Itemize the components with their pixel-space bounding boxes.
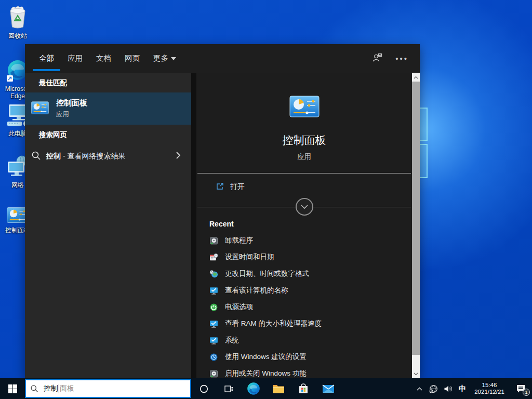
taskbar: 控制 面板 [0, 378, 532, 399]
control-panel-icon [31, 101, 49, 116]
system-icon [209, 286, 218, 295]
best-match-result-control-panel[interactable]: 控制面板 应用 [25, 92, 191, 125]
windows-logo-icon [8, 384, 17, 393]
recent-item[interactable]: 设置时间和日期 [196, 249, 412, 265]
panel-column-divider [191, 73, 196, 378]
search-tab-bar: 全部 应用 文档 网页 更多 ••• [25, 44, 420, 73]
recent-item[interactable]: 卸载程序 [196, 232, 412, 249]
recent-header: Recent [196, 220, 412, 228]
volume-button[interactable] [441, 378, 455, 399]
datetime-icon [209, 253, 218, 262]
taskbar-clock[interactable]: 15:46 2021/12/21 [470, 378, 509, 399]
store-icon [298, 383, 309, 394]
launch-icon [216, 182, 224, 192]
recent-item[interactable]: 使用 Windows 建议的设置 [196, 349, 412, 365]
edge-icon [247, 382, 260, 395]
task-view-icon [224, 385, 233, 393]
file-explorer-button[interactable] [266, 378, 291, 399]
region-icon [209, 270, 218, 278]
power-icon [209, 303, 218, 312]
action-center-button[interactable]: 1 [509, 378, 532, 399]
search-icon [31, 151, 41, 163]
search-typed-text: 控制 [44, 384, 58, 393]
best-match-title: 控制面板 [56, 98, 87, 108]
clock-time: 15:46 [482, 382, 497, 389]
speaker-icon [444, 385, 453, 393]
cortana-button[interactable] [191, 378, 216, 399]
tray-expand-button[interactable] [413, 378, 426, 399]
expand-details-button[interactable] [296, 198, 313, 216]
scrollbar-thumb[interactable] [412, 82, 420, 355]
ime-indicator[interactable]: 中 [455, 378, 470, 399]
tab-more[interactable]: 更多 [153, 44, 176, 73]
control-panel-icon-large [289, 96, 320, 119]
web-search-result[interactable]: 控制 - 查看网络搜索结果 [25, 144, 191, 168]
scrollbar[interactable] [412, 73, 420, 378]
wallpaper-logo-pane [419, 108, 428, 141]
programs-icon [209, 369, 218, 378]
chevron-up-icon [417, 387, 422, 391]
system-icon [209, 320, 218, 328]
tab-apps[interactable]: 应用 [68, 44, 83, 73]
recent-list: 卸载程序 设置时间和日期 更改日期、时间或数字格式 [196, 232, 412, 382]
divider [197, 207, 411, 207]
recent-item[interactable]: 电源选项 [196, 299, 412, 315]
chevron-right-icon [176, 151, 181, 162]
web-query: 控制 [46, 152, 61, 160]
tab-documents[interactable]: 文档 [96, 44, 111, 73]
wallpaper-logo-pane [419, 144, 428, 178]
recent-item[interactable]: 系统 [196, 332, 412, 349]
detail-title: 控制面板 [283, 133, 326, 148]
desktop-icon-label: 回收站 [1, 33, 34, 40]
search-icon [30, 384, 38, 393]
recycle-bin-icon [6, 4, 30, 31]
recent-item[interactable]: 更改日期、时间或数字格式 [196, 265, 412, 282]
web-search-header: 搜索网页 [25, 125, 191, 144]
task-view-button[interactable] [216, 378, 241, 399]
tab-web[interactable]: 网页 [125, 44, 140, 73]
recent-item[interactable]: 查看该计算机的名称 [196, 282, 412, 299]
clock-date: 2021/12/21 [474, 389, 504, 395]
start-button[interactable] [0, 378, 25, 399]
taskbar-search-input[interactable]: 控制 面板 [25, 379, 191, 398]
detail-subtitle: 应用 [297, 152, 311, 162]
desktop: 回收站 Microsoft Edge [0, 0, 532, 399]
microsoft-store-button[interactable] [291, 378, 316, 399]
search-suggestion-text: 面板 [60, 384, 74, 393]
settings-suggest-icon [209, 353, 218, 362]
chevron-down-icon [171, 57, 176, 60]
desktop-icon-recycle-bin[interactable]: 回收站 [3, 4, 33, 40]
scroll-up-icon[interactable] [412, 73, 420, 82]
best-match-subtitle: 应用 [56, 110, 87, 119]
text-cursor [59, 384, 59, 393]
recent-item[interactable]: 查看 RAM 的大小和处理器速度 [196, 315, 412, 332]
network-status-button[interactable] [426, 378, 441, 399]
system-tray: 中 15:46 2021/12/21 1 [413, 378, 532, 399]
search-detail-pane: 控制面板 应用 打开 [196, 73, 412, 378]
open-label: 打开 [230, 182, 245, 192]
programs-icon [209, 236, 218, 245]
scroll-down-icon[interactable] [412, 369, 420, 378]
best-match-header: 最佳匹配 [25, 73, 191, 92]
mail-icon [322, 384, 335, 393]
tab-all[interactable]: 全部 [39, 44, 54, 73]
open-action[interactable]: 打开 [196, 174, 412, 201]
system-icon [209, 336, 218, 345]
notification-badge: 1 [523, 389, 530, 396]
scrollbar-track[interactable] [412, 355, 420, 369]
account-options-icon[interactable] [371, 52, 383, 65]
cortana-icon [200, 384, 208, 393]
taskbar-edge-button[interactable] [241, 378, 266, 399]
more-options-icon[interactable]: ••• [395, 54, 408, 63]
search-flyout-panel: 全部 应用 文档 网页 更多 ••• 最佳匹配 [25, 44, 420, 378]
web-query-suffix: - 查看网络搜索结果 [61, 152, 125, 160]
search-results-column: 最佳匹配 [25, 73, 191, 378]
file-explorer-icon [272, 384, 285, 394]
mail-button[interactable] [316, 378, 341, 399]
globe-no-internet-icon [429, 384, 438, 393]
